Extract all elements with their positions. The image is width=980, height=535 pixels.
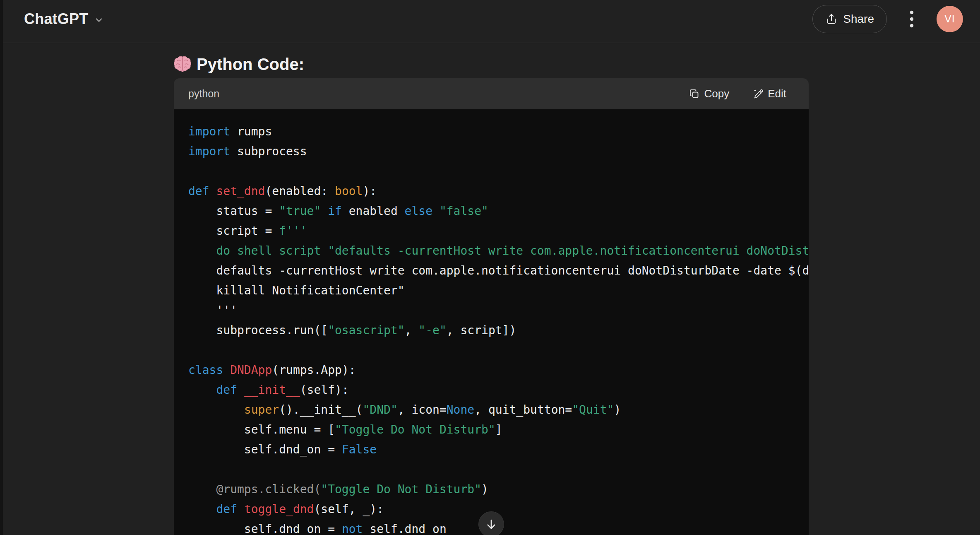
top-bar: ChatGPT Share bbox=[0, 0, 980, 43]
kebab-menu-button[interactable] bbox=[902, 6, 922, 32]
brain-emoji-icon bbox=[174, 55, 191, 73]
message-heading-text: Python Code: bbox=[197, 55, 304, 74]
share-label: Share bbox=[843, 12, 874, 26]
user-avatar[interactable]: VI bbox=[937, 6, 963, 32]
code-line: super().__init__("DND", icon=None, quit_… bbox=[188, 400, 809, 420]
header-actions: Share VI bbox=[812, 5, 963, 33]
code-line: self.dnd_on = False bbox=[188, 440, 809, 460]
copy-label: Copy bbox=[704, 87, 729, 100]
code-line: @rumps.clicked("Toggle Do Not Disturb") bbox=[188, 480, 809, 499]
conversation: Python Code: python Copy bbox=[174, 43, 809, 535]
copy-icon bbox=[689, 88, 700, 99]
chevron-down-icon bbox=[93, 14, 105, 26]
code-line: import subprocess bbox=[188, 142, 809, 161]
code-block: python Copy bbox=[174, 78, 809, 535]
code-line: self.menu = ["Toggle Do Not Disturb"] bbox=[188, 420, 809, 440]
code-line: do shell script "defaults -currentHost w… bbox=[188, 241, 809, 261]
app-title: ChatGPT bbox=[24, 10, 88, 28]
code-line bbox=[188, 460, 809, 480]
code-line bbox=[188, 161, 809, 181]
code-line: import rumps bbox=[188, 122, 809, 142]
code-line: class DNDApp(rumps.App): bbox=[188, 360, 809, 380]
edit-label: Edit bbox=[768, 87, 786, 100]
arrow-down-icon bbox=[485, 518, 498, 531]
share-icon bbox=[825, 13, 838, 25]
kebab-icon bbox=[902, 8, 922, 30]
copy-code-button[interactable]: Copy bbox=[689, 87, 729, 100]
code-line: subprocess.run(["osascript", "-e", scrip… bbox=[188, 321, 809, 340]
code-line: killall NotificationCenter" bbox=[188, 281, 809, 301]
code-line: def set_dnd(enabled: bool): bbox=[188, 181, 809, 201]
share-button[interactable]: Share bbox=[812, 5, 887, 33]
message-heading: Python Code: bbox=[174, 55, 809, 73]
code-line: ''' bbox=[188, 301, 809, 321]
avatar-initials: VI bbox=[944, 13, 955, 25]
edit-code-button[interactable]: Edit bbox=[752, 87, 786, 100]
edit-icon bbox=[752, 88, 764, 99]
chatgpt-window: ChatGPT Share bbox=[0, 0, 980, 535]
code-content[interactable]: import rumpsimport subprocessdef set_dnd… bbox=[174, 109, 809, 535]
code-line: def __init__(self): bbox=[188, 380, 809, 400]
code-line: script = f''' bbox=[188, 221, 809, 241]
code-block-header: python Copy bbox=[174, 78, 809, 109]
scroll-to-bottom-button[interactable] bbox=[478, 511, 504, 535]
code-line: status = "true" if enabled else "false" bbox=[188, 201, 809, 221]
model-switcher[interactable]: ChatGPT bbox=[24, 10, 105, 28]
left-edge-strip bbox=[0, 0, 3, 535]
code-line: defaults -currentHost write com.apple.no… bbox=[188, 261, 809, 281]
code-actions: Copy Edit bbox=[689, 87, 786, 100]
code-language-label: python bbox=[188, 88, 219, 100]
code-line bbox=[188, 340, 809, 360]
